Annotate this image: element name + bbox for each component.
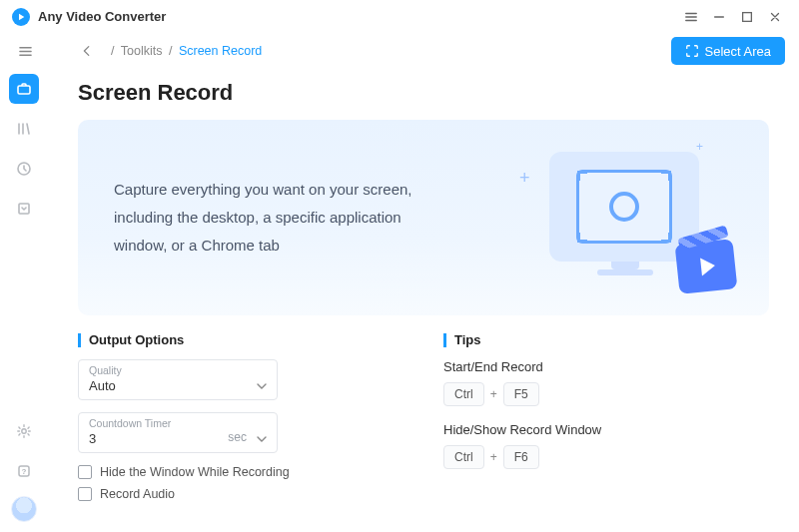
svg-rect-0 (743, 12, 752, 21)
select-area-label: Select Area (705, 44, 772, 59)
quality-select[interactable]: Quality Auto (78, 359, 278, 400)
key-f6: F6 (503, 445, 539, 469)
hamburger-icon[interactable] (12, 38, 38, 64)
main-content: Screen Record Capture everything you wan… (48, 68, 799, 532)
countdown-label: Countdown Timer (89, 417, 267, 429)
sidebar-item-toolkits[interactable] (9, 74, 39, 104)
toolbar: / Toolkits / Screen Record Select Area (0, 34, 799, 68)
window-maximize-button[interactable] (733, 3, 761, 31)
sparkle-icon: + (519, 168, 530, 189)
checkbox-icon (78, 487, 92, 501)
sidebar-item-history[interactable] (9, 154, 39, 184)
quality-value: Auto (89, 378, 267, 393)
hero-banner: Capture everything you want on your scre… (78, 120, 769, 315)
hero-illustration: + + (519, 138, 739, 297)
chevron-down-icon (257, 436, 267, 442)
breadcrumb-current: Screen Record (179, 44, 262, 58)
key-plus: + (490, 387, 497, 401)
chevron-down-icon (257, 383, 267, 389)
page-title: Screen Record (78, 80, 769, 106)
window-menu-button[interactable] (677, 3, 705, 31)
window-close-button[interactable] (761, 3, 789, 31)
sidebar-item-downloads[interactable] (9, 194, 39, 224)
avatar[interactable] (11, 496, 37, 522)
record-audio-checkbox[interactable]: Record Audio (78, 487, 403, 501)
tips-title: Tips (443, 333, 769, 347)
checkbox-icon (78, 465, 92, 479)
hide-window-label: Hide the Window While Recording (100, 465, 290, 479)
svg-rect-1 (18, 86, 30, 94)
sidebar-item-settings[interactable] (9, 416, 39, 446)
countdown-unit: sec (228, 430, 247, 444)
key-ctrl: Ctrl (443, 445, 484, 469)
sidebar-item-help[interactable]: ? (9, 456, 39, 486)
key-f5: F5 (503, 382, 539, 406)
select-area-icon (685, 44, 699, 58)
sparkle-icon: + (696, 140, 703, 154)
tip-hide-show-label: Hide/Show Record Window (443, 422, 769, 437)
record-audio-label: Record Audio (100, 487, 175, 501)
breadcrumb: / Toolkits / Screen Record (108, 44, 262, 58)
countdown-select[interactable]: Countdown Timer 3 sec (78, 412, 278, 453)
key-ctrl: Ctrl (443, 382, 484, 406)
tip-start-end-keys: Ctrl + F5 (443, 382, 769, 406)
window-minimize-button[interactable] (705, 3, 733, 31)
select-area-button[interactable]: Select Area (671, 37, 786, 65)
sidebar: ? (0, 68, 48, 532)
key-plus: + (490, 450, 497, 464)
tip-hide-show-keys: Ctrl + F6 (443, 445, 769, 469)
breadcrumb-root[interactable]: Toolkits (121, 44, 163, 58)
output-options-panel: Output Options Quality Auto Countdown Ti… (78, 333, 403, 509)
hero-text: Capture everything you want on your scre… (114, 176, 433, 259)
quality-label: Quality (89, 364, 267, 376)
tips-panel: Tips Start/End Record Ctrl + F5 Hide/Sho… (443, 333, 769, 509)
titlebar: Any Video Converter (0, 0, 799, 34)
svg-point-4 (22, 429, 26, 433)
tip-start-end-label: Start/End Record (443, 359, 769, 374)
clapperboard-icon (675, 239, 738, 294)
app-logo-icon (12, 8, 30, 26)
monitor-icon (549, 152, 699, 262)
hide-window-checkbox[interactable]: Hide the Window While Recording (78, 465, 403, 479)
back-button[interactable] (74, 38, 100, 64)
sidebar-item-library[interactable] (9, 114, 39, 144)
app-title: Any Video Converter (38, 9, 166, 24)
output-options-title: Output Options (78, 333, 403, 347)
svg-text:?: ? (22, 467, 27, 476)
